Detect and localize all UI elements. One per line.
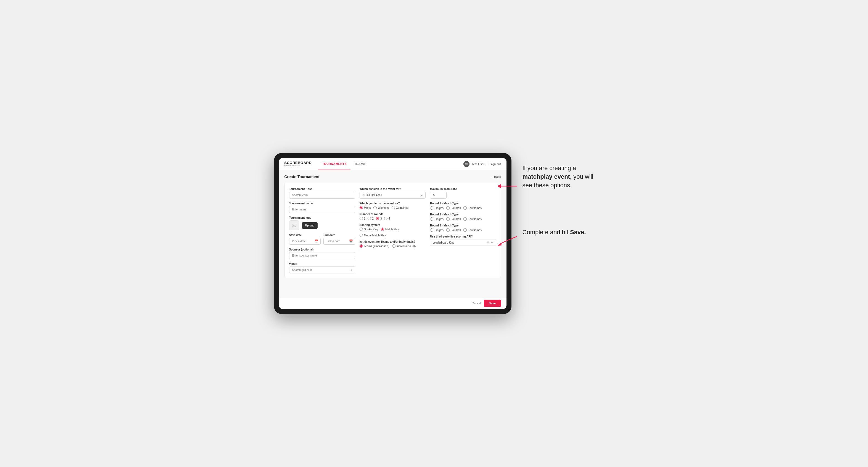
- round3-fourball-label: Fourball: [451, 229, 461, 232]
- tablet-frame: SCOREBOARD Powered by clippit TOURNAMENT…: [274, 153, 512, 314]
- round2-singles-radio[interactable]: [430, 217, 433, 221]
- round1-fourball[interactable]: Fourball: [446, 206, 461, 210]
- save-button[interactable]: Save: [484, 300, 501, 307]
- individuals-option[interactable]: Individuals Only: [392, 244, 416, 248]
- date-row: Start date 📅 End date 📅: [289, 234, 355, 245]
- max-team-size-input[interactable]: [430, 192, 446, 198]
- gender-combined-label: Combined: [396, 206, 409, 209]
- tab-teams[interactable]: TEAMS: [350, 158, 369, 170]
- round2-radio-group: Singles Fourball Foursomes: [430, 217, 496, 221]
- end-date-group: End date 📅: [323, 234, 355, 245]
- venue-group: Venue ▼: [289, 262, 355, 273]
- scoring-match-radio[interactable]: [381, 227, 384, 231]
- round3-fourball-radio[interactable]: [446, 228, 450, 232]
- rounds-group: Number of rounds 1 2: [360, 213, 426, 220]
- annotation-matchplay: If you are creating a matchplay event, y…: [523, 164, 594, 189]
- scoring-stroke-radio[interactable]: [360, 227, 363, 231]
- round-2[interactable]: 2: [368, 217, 374, 220]
- round-4[interactable]: 4: [384, 217, 390, 220]
- round-2-label: 2: [372, 217, 374, 220]
- round1-singles[interactable]: Singles: [430, 206, 443, 210]
- cancel-button[interactable]: Cancel: [472, 302, 481, 305]
- tournament-name-input[interactable]: [289, 206, 355, 213]
- round1-fourball-radio[interactable]: [446, 206, 450, 210]
- round3-foursomes[interactable]: Foursomes: [463, 228, 482, 232]
- round2-singles[interactable]: Singles: [430, 217, 443, 221]
- scoring-medal-radio[interactable]: [360, 234, 363, 237]
- sponsor-input[interactable]: [289, 252, 355, 259]
- scoring-stroke-play[interactable]: Stroke Play: [360, 227, 378, 231]
- round2-fourball-label: Fourball: [451, 218, 461, 221]
- scoring-group: Scoring system Stroke Play Match Play: [360, 223, 426, 237]
- division-label: Which division is the event for?: [360, 188, 426, 191]
- round-3-label: 3: [380, 217, 382, 220]
- teams-individuals-radio[interactable]: [392, 244, 396, 248]
- round1-match-type: Round 1 - Match Type Singles Fourball: [430, 202, 496, 210]
- rounds-label: Number of rounds: [360, 213, 426, 216]
- round3-singles-radio[interactable]: [430, 228, 433, 232]
- scoring-medal-label: Medal Match Play: [364, 234, 386, 237]
- gender-mens-radio[interactable]: [360, 206, 363, 209]
- round3-foursomes-label: Foursomes: [468, 229, 482, 232]
- tab-tournaments[interactable]: TOURNAMENTS: [318, 158, 350, 170]
- round1-foursomes-label: Foursomes: [468, 207, 482, 210]
- round-1[interactable]: 1: [360, 217, 366, 220]
- third-party-wrap: Leaderboard King ✕ ▼: [430, 239, 496, 246]
- scoring-match-play[interactable]: Match Play: [381, 227, 399, 231]
- logo-upload-area: Upload: [289, 220, 355, 230]
- gender-combined-radio[interactable]: [392, 206, 395, 209]
- start-date-label: Start date: [289, 234, 321, 237]
- gender-womens-radio[interactable]: [373, 206, 377, 209]
- round3-foursomes-radio[interactable]: [463, 228, 467, 232]
- round1-foursomes-radio[interactable]: [463, 206, 467, 210]
- gender-combined[interactable]: Combined: [392, 206, 409, 209]
- scoring-stroke-label: Stroke Play: [364, 228, 378, 231]
- nav-tabs: TOURNAMENTS TEAMS: [318, 158, 463, 170]
- round1-radio-group: Singles Fourball Foursomes: [430, 206, 496, 210]
- round2-foursomes-radio[interactable]: [463, 217, 467, 221]
- max-team-size-group: Maximum Team Size: [430, 188, 496, 198]
- venue-input[interactable]: [289, 267, 355, 273]
- form-col-1: Tournament Host Tournament name Tourname…: [289, 188, 355, 273]
- round2-fourball-radio[interactable]: [446, 217, 450, 221]
- scoring-radio-group: Stroke Play Match Play Medal Match Play: [360, 227, 426, 237]
- gender-womens[interactable]: Womens: [373, 206, 389, 209]
- tournament-name-group: Tournament name: [289, 202, 355, 213]
- logo-sub: Powered by clippit: [284, 165, 312, 167]
- end-date-label: End date: [323, 234, 355, 237]
- division-select[interactable]: NCAA Division I: [360, 192, 426, 198]
- round-2-radio[interactable]: [368, 217, 371, 220]
- teams-teams-radio[interactable]: [360, 244, 363, 248]
- round3-singles[interactable]: Singles: [430, 228, 443, 232]
- gender-womens-label: Womens: [378, 206, 389, 209]
- logo-text: SCOREBOARD: [284, 161, 312, 165]
- round-3-radio[interactable]: [376, 217, 379, 220]
- round-4-radio[interactable]: [384, 217, 388, 220]
- round3-fourball[interactable]: Fourball: [446, 228, 461, 232]
- round1-singles-radio[interactable]: [430, 206, 433, 210]
- tablet-screen: SCOREBOARD Powered by clippit TOURNAMENT…: [279, 158, 506, 309]
- round-3[interactable]: 3: [376, 217, 382, 220]
- upload-button[interactable]: Upload: [302, 222, 318, 229]
- back-link[interactable]: ← Back: [490, 175, 501, 178]
- arrow-matchplay: [498, 181, 520, 192]
- round1-foursomes[interactable]: Foursomes: [463, 206, 482, 210]
- teams-option[interactable]: Teams (+Individuals): [360, 244, 390, 248]
- round1-singles-label: Singles: [434, 207, 443, 210]
- gender-mens[interactable]: Mens: [360, 206, 371, 209]
- gender-radio-group: Mens Womens Combined: [360, 206, 426, 209]
- round-1-radio[interactable]: [360, 217, 363, 220]
- tournament-host-label: Tournament Host: [289, 188, 355, 191]
- tournament-host-input[interactable]: [289, 192, 355, 198]
- third-party-clear-button[interactable]: ✕ ▼: [487, 241, 494, 244]
- calendar-icon-end: 📅: [349, 240, 353, 243]
- scoring-medal[interactable]: Medal Match Play: [360, 234, 386, 237]
- round2-fourball[interactable]: Fourball: [446, 217, 461, 221]
- round2-foursomes[interactable]: Foursomes: [463, 217, 482, 221]
- teams-teams-label: Teams (+Individuals): [364, 245, 390, 248]
- sign-out-link[interactable]: Sign out: [490, 162, 501, 166]
- gender-mens-label: Mens: [364, 206, 371, 209]
- gender-group: Which gender is the event for? Mens Wome…: [360, 202, 426, 209]
- content-area: Create Tournament ← Back Tournament Host…: [279, 170, 506, 297]
- logo-preview: [289, 220, 299, 230]
